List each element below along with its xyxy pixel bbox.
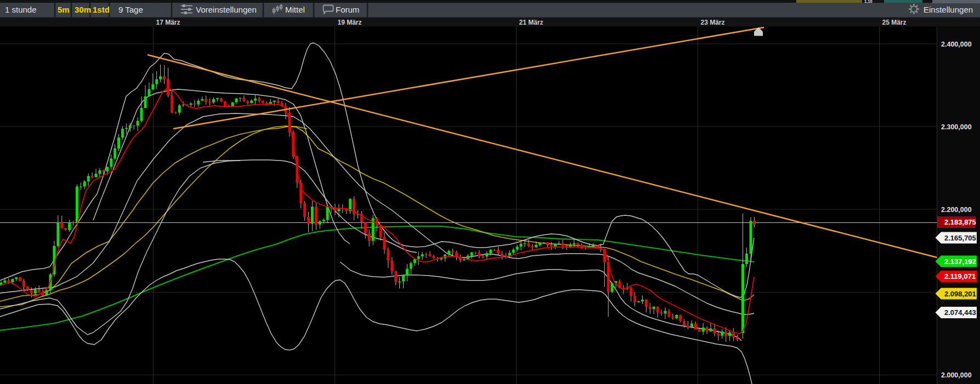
svg-text:2.000,000: 2.000,000 [941,371,972,379]
svg-text:Forum: Forum [336,5,359,14]
svg-text:2.137,192: 2.137,192 [944,257,976,266]
svg-text:19 März: 19 März [338,19,362,26]
svg-text:21 März: 21 März [519,19,543,26]
svg-text:2.200,000: 2.200,000 [941,206,972,214]
svg-text:2.098,201: 2.098,201 [944,290,976,298]
svg-text:2.400,000: 2.400,000 [941,41,972,48]
svg-text:2.119,071: 2.119,071 [944,272,976,280]
svg-text:1 stunde: 1 stunde [5,5,37,14]
svg-text:30m: 30m [75,5,91,14]
svg-text:Mittel: Mittel [285,5,305,14]
svg-text:2.165,705: 2.165,705 [944,234,976,242]
svg-text:9 Tage: 9 Tage [118,5,143,14]
svg-text:2.074,443: 2.074,443 [944,308,976,317]
svg-text:2.183,875: 2.183,875 [944,218,976,226]
svg-text:23 März: 23 März [701,19,725,26]
svg-text:Einstellungen: Einstellungen [924,5,973,14]
svg-text:Voreinstellungen: Voreinstellungen [196,5,257,14]
svg-text:2.300,000: 2.300,000 [941,123,972,131]
svg-text:5m: 5m [58,5,70,14]
svg-text:1std: 1std [93,5,110,14]
svg-text:17 März: 17 März [156,19,180,26]
svg-text:25 März: 25 März [882,19,907,26]
